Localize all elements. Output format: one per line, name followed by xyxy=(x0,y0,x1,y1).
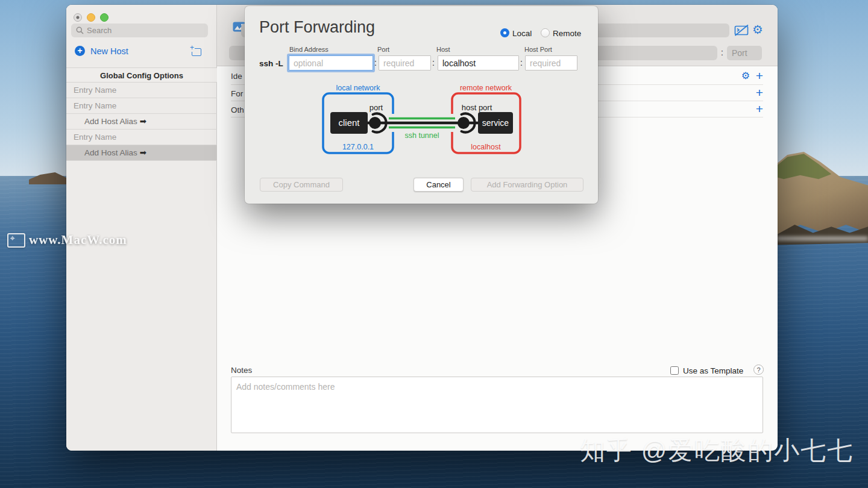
radio-local[interactable] xyxy=(500,28,509,37)
macw-watermark-text: www.MacW.com xyxy=(29,233,127,248)
host-port-label: Host Port xyxy=(524,46,552,53)
local-network-label: local network xyxy=(336,84,381,92)
sidebar-item-add-host-alias-1[interactable]: Add Host Alias➡ xyxy=(66,114,217,130)
colon-separator: : xyxy=(520,58,523,67)
use-as-template-checkbox[interactable] xyxy=(670,366,679,375)
radio-local-label: Local xyxy=(512,29,532,38)
remote-host-label: localhost xyxy=(471,143,501,151)
window-zoom-button[interactable] xyxy=(100,13,108,22)
service-port-dot xyxy=(458,117,470,129)
port-forwarding-dialog: Port Forwarding Local Remote Bind Addres… xyxy=(245,6,598,204)
port-label-diagram: port xyxy=(370,103,383,112)
entry-label: Entry Name xyxy=(74,101,116,110)
local-ip-label: 127.0.0.1 xyxy=(342,143,374,151)
new-window-icon[interactable] xyxy=(192,48,201,56)
sidebar-item-entry-2[interactable]: Entry Name xyxy=(66,98,217,114)
bind-address-label: Bind Address xyxy=(289,46,329,53)
toolbar-port-input[interactable] xyxy=(727,46,762,60)
sidebar-item-entry-1[interactable]: Entry Name xyxy=(66,83,217,98)
settings-gear-icon[interactable]: ⚙ xyxy=(752,22,763,37)
search-icon xyxy=(76,27,84,34)
new-host-label: New Host xyxy=(90,46,128,56)
search-field xyxy=(71,23,208,37)
right-arrow-icon: ➡ xyxy=(140,148,146,157)
host-input[interactable] xyxy=(438,55,519,70)
use-as-template-label: Use as Template xyxy=(683,366,743,375)
ssh-command-prefix: ssh -L xyxy=(259,59,283,68)
port-label: Port xyxy=(377,46,389,53)
sidebar-list-header: Global Config Options xyxy=(66,67,217,83)
host-label: Host xyxy=(436,46,450,53)
window-close-button[interactable] xyxy=(74,13,82,22)
dialog-title: Port Forwarding xyxy=(259,18,375,37)
right-arrow-icon: ➡ xyxy=(140,117,146,126)
port-forwarding-diagram: local network remote network port host p… xyxy=(318,81,526,155)
search-input[interactable] xyxy=(87,26,203,35)
row-label: Ide xyxy=(231,72,242,81)
toolbar-colon: : xyxy=(721,48,723,57)
bind-address-input[interactable] xyxy=(289,55,373,70)
key-gear-icon[interactable]: ⚙ xyxy=(741,70,750,80)
colon-separator: : xyxy=(432,58,435,67)
entry-label: Entry Name xyxy=(74,86,116,95)
cliff-surf xyxy=(776,237,868,240)
cancel-button[interactable]: Cancel xyxy=(414,178,464,192)
alias-label: Add Host Alias xyxy=(84,148,137,157)
open-terminal-icon[interactable] xyxy=(734,24,749,37)
sidebar-item-add-host-alias-2[interactable]: Add Host Alias➡ xyxy=(66,145,217,161)
zhihu-watermark: 知乎 @爱吃酸的小七七 xyxy=(580,434,854,468)
radio-remote[interactable] xyxy=(541,28,550,37)
toolbar-port-field-wrap xyxy=(727,46,762,60)
sidebar-item-entry-3[interactable]: Entry Name xyxy=(66,130,217,145)
notes-label: Notes xyxy=(231,366,252,375)
plus-circle-icon: + xyxy=(75,46,85,56)
add-row-icon[interactable]: + xyxy=(756,102,763,115)
sidebar: + New Host Global Config Options Entry N… xyxy=(66,5,217,451)
add-row-icon[interactable]: + xyxy=(756,86,763,99)
new-host-button[interactable]: + New Host xyxy=(75,46,128,56)
row-label: Oth xyxy=(231,105,244,114)
right-cliff xyxy=(776,152,868,253)
alias-label: Add Host Alias xyxy=(84,117,137,126)
notes-textarea[interactable] xyxy=(231,377,763,433)
host-port-label-diagram: host port xyxy=(462,103,492,112)
host-port-input[interactable] xyxy=(525,55,577,70)
service-label: service xyxy=(482,118,509,128)
radio-remote-label: Remote xyxy=(553,29,581,38)
window-minimize-button[interactable] xyxy=(87,13,95,22)
entry-label: Entry Name xyxy=(74,133,116,142)
colon-separator: : xyxy=(374,58,377,67)
macw-monitor-icon xyxy=(7,233,25,248)
macw-watermark: www.MacW.com xyxy=(7,233,127,248)
client-port-dot xyxy=(369,117,381,129)
row-label: For xyxy=(231,89,243,98)
add-row-icon[interactable]: + xyxy=(756,69,763,81)
client-label: client xyxy=(338,117,360,128)
port-input[interactable] xyxy=(379,55,431,70)
add-forwarding-option-button: Add Forwarding Option xyxy=(471,178,583,192)
notes-area xyxy=(231,377,763,433)
help-button[interactable]: ? xyxy=(753,364,764,375)
remote-network-label: remote network xyxy=(460,84,512,92)
ssh-tunnel-label: ssh tunnel xyxy=(405,131,439,140)
copy-command-button: Copy Command xyxy=(260,178,343,192)
